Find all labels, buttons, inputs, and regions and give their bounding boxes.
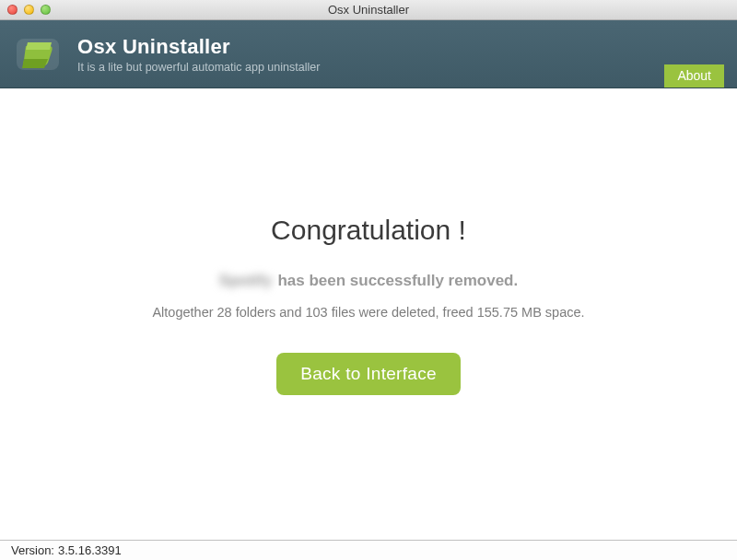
window-controls — [0, 5, 51, 15]
removed-message: Spotify has been successfully removed. — [219, 272, 518, 290]
removed-suffix: has been successfully removed. — [277, 272, 518, 290]
deletion-stats: Altogether 28 folders and 103 files were… — [152, 305, 584, 320]
removed-app-name: Spotify — [219, 272, 273, 290]
window-titlebar: Osx Uninstaller — [0, 0, 737, 20]
version-value: 3.5.16.3391 — [58, 543, 122, 557]
back-to-interface-button[interactable]: Back to Interface — [276, 353, 461, 395]
header-text-block: Osx Uninstaller It is a lite but powerfu… — [77, 35, 320, 74]
version-label: Version: — [11, 543, 54, 557]
minimize-icon[interactable] — [24, 5, 34, 15]
main-content: Congratulation ! Spotify has been succes… — [0, 88, 737, 540]
window-title: Osx Uninstaller — [0, 3, 737, 17]
app-title: Osx Uninstaller — [77, 35, 320, 59]
congratulation-heading: Congratulation ! — [271, 215, 466, 246]
close-icon[interactable] — [7, 5, 18, 15]
about-button[interactable]: About — [664, 64, 724, 88]
app-header: Osx Uninstaller It is a lite but powerfu… — [0, 20, 737, 88]
app-logo-icon — [13, 31, 63, 77]
app-tagline: It is a lite but powerful automatic app … — [77, 61, 320, 74]
status-bar: Version: 3.5.16.3391 — [0, 540, 737, 560]
maximize-icon[interactable] — [41, 5, 51, 15]
